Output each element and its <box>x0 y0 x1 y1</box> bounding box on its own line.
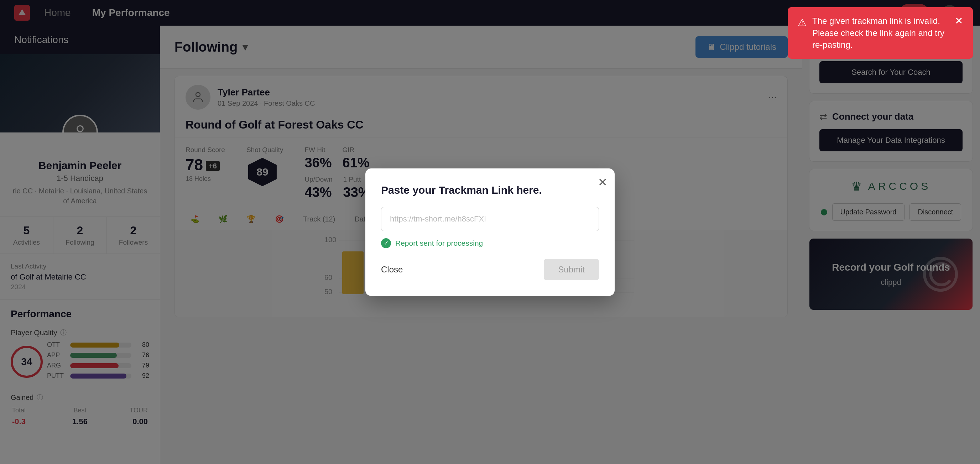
toast-warning-icon: ⚠ <box>798 16 807 30</box>
modal-actions: Close Submit <box>381 259 599 280</box>
modal-success-message: ✓ Report sent for processing <box>381 238 599 248</box>
modal-submit-button[interactable]: Submit <box>544 259 599 280</box>
success-checkmark-icon: ✓ <box>381 238 391 248</box>
trackman-link-input[interactable] <box>381 207 599 231</box>
success-text: Report sent for processing <box>395 239 483 248</box>
toast-message: The given trackman link is invalid. Plea… <box>812 15 949 51</box>
trackman-modal: Paste your Trackman Link here. ✕ ✓ Repor… <box>365 168 615 296</box>
modal-overlay: Paste your Trackman Link here. ✕ ✓ Repor… <box>0 0 980 464</box>
toast-close-button[interactable]: ✕ <box>955 15 963 27</box>
modal-title: Paste your Trackman Link here. <box>381 184 599 196</box>
modal-close-x-button[interactable]: ✕ <box>598 176 608 189</box>
error-toast: ⚠ The given trackman link is invalid. Pl… <box>788 7 973 59</box>
modal-close-button[interactable]: Close <box>381 265 403 275</box>
